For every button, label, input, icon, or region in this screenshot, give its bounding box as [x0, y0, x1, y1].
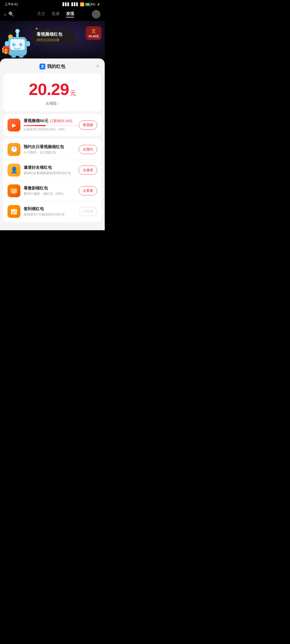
task-title-row-video: 看视频领50元 已获得20.29元 [24, 118, 79, 123]
banner-area: ✦ ✦ 🎁 看视频领 [0, 21, 105, 58]
watch-video-button[interactable]: 看视频 [79, 120, 97, 130]
task-icon-drama [8, 184, 20, 197]
banner-popup-title: 看视频领红包 [37, 32, 71, 37]
svg-point-4 [14, 43, 15, 45]
checkin-calendar-icon [10, 208, 17, 215]
gift-icon: 🎁 [1, 46, 11, 54]
checkin-button: 已完成 [79, 207, 97, 216]
svg-rect-11 [19, 54, 24, 58]
task-title-reserve: 预约次日看视频领红包 [24, 144, 64, 149]
task-subtitle-checkin: 连续签到7天最高得30元红包 [24, 212, 79, 217]
signal-icon: ▋▋▋ [63, 2, 70, 6]
task-subtitle-reserve: 今日预约，次日领红包 [24, 150, 79, 155]
amount-unit: 元 [70, 90, 76, 96]
avatar[interactable] [92, 10, 100, 19]
clock-icon: 🕐 [10, 146, 18, 153]
drama-tv-icon [10, 187, 17, 194]
task-item-invite: 👤 邀请好友领红包 邀请好友看视频最高得588元红包 去邀请 [8, 160, 97, 181]
reserve-button[interactable]: 去预约 [79, 145, 97, 154]
task-subtitle-drama: 看50个微剧，领红包（0/50） [24, 192, 79, 196]
amount-number: 20.29 [29, 80, 69, 98]
svg-point-9 [15, 29, 20, 33]
nav-tabs: 关注 直播 发现 [20, 11, 92, 17]
svg-rect-7 [26, 41, 30, 46]
tab-follow[interactable]: 关注 [37, 11, 45, 17]
task-title-video: 看视频领50元 [24, 118, 48, 123]
banner-popup-sub: 20天后活动过期 [37, 38, 71, 42]
alipay-icon: 支 [39, 64, 45, 69]
task-progress-text: 已获得20.29元/50.00元（40%） [24, 127, 79, 132]
battery-level: 81 [92, 3, 96, 6]
task-progress-bar [24, 125, 79, 126]
other-tasks-card: 🕐 预约次日看视频领红包 今日预约，次日领红包 去预约 👤 邀请好友领红包 邀请… [3, 139, 102, 222]
charging-icon: ⚡ [97, 3, 100, 6]
progress-suffix: /50.00元（40%） [45, 128, 68, 131]
wifi-icon: 📶 [80, 2, 84, 6]
task-info-drama: 看微剧领红包 看50个微剧，领红包（0/50） [24, 186, 79, 196]
task-item-drama: 看微剧领红包 看50个微剧，领红包（0/50） 去看看 [8, 181, 97, 201]
task-icon-clock: 🕐 [8, 143, 20, 156]
svg-rect-17 [13, 193, 15, 194]
modal-title: 我的红包 [47, 63, 65, 69]
close-button[interactable]: × [96, 63, 99, 69]
task-title-drama: 看微剧领红包 [24, 186, 48, 191]
claim-link[interactable]: 去领取 [9, 101, 96, 106]
drama-button[interactable]: 去看看 [79, 186, 97, 195]
status-icons: ▋▋▋ ▋▋▋ 📶 81 ⚡ [63, 2, 100, 6]
task-item-watch-video: ▶ 看视频领50元 已获得20.29元 已获得20.29元/50.00元（40%… [8, 118, 97, 132]
tab-live[interactable]: 直播 [52, 11, 60, 17]
svg-point-2 [12, 43, 16, 46]
svg-point-3 [19, 43, 23, 46]
battery-icon [85, 3, 91, 6]
task-earned-video: 已获得20.29元 [50, 119, 73, 123]
modal-header: 支 我的红包 × [0, 58, 105, 73]
svg-rect-15 [13, 190, 15, 192]
svg-rect-16 [15, 190, 16, 192]
amount-card: 20.29元 去领取 [3, 73, 102, 111]
task-info-reserve: 预约次日看视频领红包 今日预约，次日领红包 [24, 144, 79, 155]
progress-earned: 20.29元 [32, 127, 45, 131]
search-button[interactable]: 🔍 [8, 11, 14, 17]
svg-rect-10 [11, 54, 16, 58]
badge-icon: 支 [88, 28, 99, 34]
status-bar: 上午6:41 ▋▋▋ ▋▋▋ 📶 81 ⚡ [0, 0, 105, 8]
task-title-invite: 邀请好友领红包 [24, 165, 52, 170]
task-item-checkin: 签到领红包 连续签到7天最高得30元红包 已完成 [8, 201, 97, 218]
task-info-checkin: 签到领红包 连续签到7天最高得30元红包 [24, 206, 79, 217]
banner-popup: 看视频领红包 20天后活动过期 [32, 29, 75, 45]
video-task-card: ▶ 看视频领50元 已获得20.29元 已获得20.29元/50.00元（40%… [3, 114, 102, 136]
tab-discover[interactable]: 发现 [66, 11, 74, 17]
task-progress-fill [24, 125, 46, 126]
nav-bar: ‹ 🔍 关注 直播 发现 [0, 8, 105, 21]
svg-point-5 [21, 43, 22, 45]
claim-link-text[interactable]: 去领取 [46, 101, 59, 105]
invite-button[interactable]: 去邀请 [79, 166, 97, 175]
amount-display: 20.29元 [9, 80, 96, 99]
status-time: 上午6:41 [4, 2, 18, 7]
play-icon: ▶ [12, 122, 16, 128]
task-info-video: 看视频领50元 已获得20.29元 已获得20.29元/50.00元（40%） [24, 118, 79, 132]
svg-rect-14 [12, 190, 13, 192]
progress-prefix: 已获得 [24, 128, 32, 131]
svg-rect-19 [11, 209, 17, 211]
task-item-reserve: 🕐 预约次日看视频领红包 今日预约，次日领红包 去预约 [8, 143, 97, 160]
badge-amount: 20.29元 [88, 34, 99, 38]
back-button[interactable]: ‹ [4, 11, 6, 17]
friend-icon: 👤 [10, 167, 18, 174]
task-icon-video: ▶ [8, 119, 20, 131]
task-title-checkin: 签到领红包 [24, 206, 44, 211]
task-icon-checkin [8, 205, 20, 218]
banner-amount-badge: 支 20.29元 [86, 26, 102, 40]
task-subtitle-invite: 邀请好友看视频最高得588元红包 [24, 171, 79, 175]
task-icon-friend: 👤 [8, 164, 20, 177]
signal2-icon: ▋▋▋ [71, 2, 79, 6]
modal-sheet: 支 我的红包 × 20.29元 去领取 ▶ 看视频领50元 已获得20.29元 [0, 58, 105, 230]
task-info-invite: 邀请好友领红包 邀请好友看视频最高得588元红包 [24, 165, 79, 175]
